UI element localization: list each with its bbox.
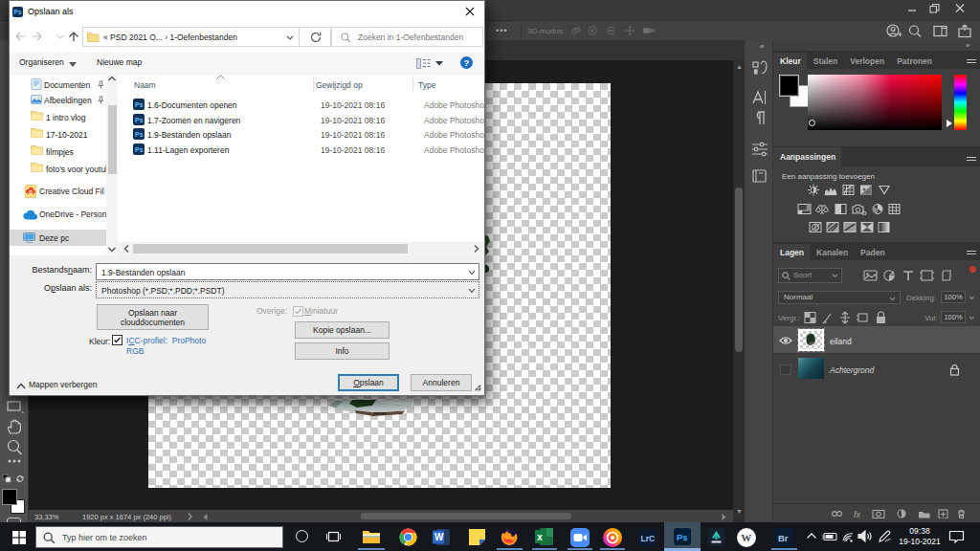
svg-text:LrC: LrC	[641, 534, 656, 543]
svg-text:W: W	[434, 532, 444, 542]
svg-text:Ps: Ps	[135, 146, 144, 153]
svg-text:Ps: Ps	[677, 532, 688, 542]
svg-text:Ps: Ps	[135, 117, 144, 123]
svg-text:fx: fx	[854, 510, 861, 519]
svg-text:Br: Br	[778, 533, 789, 543]
svg-text:Ps: Ps	[135, 131, 144, 138]
svg-text:Ps: Ps	[135, 101, 144, 108]
svg-text:x: x	[537, 532, 543, 542]
svg-text:W: W	[741, 532, 751, 543]
svg-text:Ps: Ps	[14, 9, 22, 15]
